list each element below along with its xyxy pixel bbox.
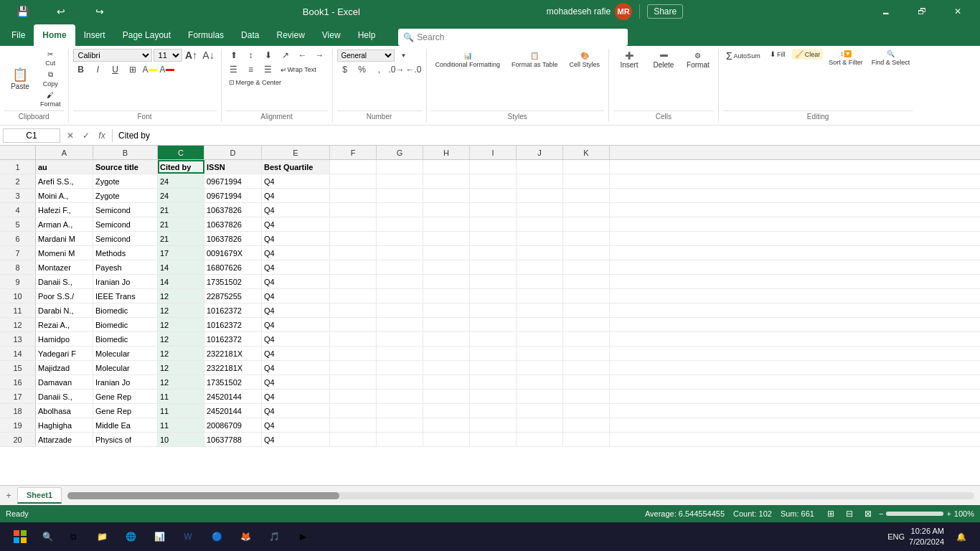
cell-f1[interactable] xyxy=(330,160,377,174)
tab-file[interactable]: File xyxy=(3,24,34,46)
cell-k11[interactable] xyxy=(563,303,610,317)
cell-f3[interactable] xyxy=(330,189,377,202)
cell-a8[interactable]: Montazer xyxy=(36,260,93,274)
cell-j11[interactable] xyxy=(517,303,563,317)
row-header-3[interactable]: 3 xyxy=(0,189,36,202)
cell-d6[interactable]: 10637826 xyxy=(204,232,262,245)
cell-g5[interactable] xyxy=(377,217,423,231)
cell-d19[interactable]: 20086709 xyxy=(204,418,262,432)
redo-icon[interactable]: ↪ xyxy=(83,0,116,23)
cell-h9[interactable] xyxy=(423,275,470,288)
search-box[interactable]: 🔍 xyxy=(398,29,628,46)
cell-c5[interactable]: 21 xyxy=(158,217,204,231)
col-header-b[interactable]: B xyxy=(93,146,158,159)
cell-i1[interactable] xyxy=(470,160,517,174)
taskbar-chrome[interactable]: 🔵 xyxy=(204,524,230,550)
row-header-10[interactable]: 10 xyxy=(0,289,36,303)
cell-b2[interactable]: Zygote xyxy=(93,174,158,188)
cell-b3[interactable]: Zygote xyxy=(93,189,158,202)
cell-a17[interactable]: Danaii S., xyxy=(36,390,93,403)
cell-b20[interactable]: Physics of xyxy=(93,433,158,446)
cell-e14[interactable]: Q4 xyxy=(262,347,330,360)
cell-c4[interactable]: 21 xyxy=(158,203,204,217)
cell-c6[interactable]: 21 xyxy=(158,232,204,245)
cell-c15[interactable]: 12 xyxy=(158,361,204,375)
tab-data[interactable]: Data xyxy=(232,24,268,46)
close-button[interactable]: ✕ xyxy=(941,0,974,23)
cell-b12[interactable]: Biomedic xyxy=(93,318,158,331)
cell-d20[interactable]: 10637788 xyxy=(204,433,262,446)
cell-h2[interactable] xyxy=(423,174,470,188)
taskbar-file-explorer[interactable]: 📁 xyxy=(89,524,115,550)
autosum-button[interactable]: Σ AutoSum xyxy=(723,49,763,63)
cell-h18[interactable] xyxy=(423,404,470,418)
cell-i9[interactable] xyxy=(470,275,517,288)
cell-b17[interactable]: Gene Rep xyxy=(93,390,158,403)
cell-d3[interactable]: 09671994 xyxy=(204,189,262,202)
underline-button[interactable]: U xyxy=(108,63,123,76)
cell-d16[interactable]: 17351502 xyxy=(204,375,262,389)
cell-a14[interactable]: Yadegari F xyxy=(36,347,93,360)
cell-j1[interactable] xyxy=(517,160,563,174)
cell-h12[interactable] xyxy=(423,318,470,331)
cell-j3[interactable] xyxy=(517,189,563,202)
cell-d15[interactable]: 2322181X xyxy=(204,361,262,375)
col-header-j[interactable]: J xyxy=(517,146,563,159)
cell-b9[interactable]: Iranian Jo xyxy=(93,275,158,288)
cell-k9[interactable] xyxy=(563,275,610,288)
cell-g18[interactable] xyxy=(377,404,423,418)
col-header-e[interactable]: E xyxy=(262,146,330,159)
cell-j2[interactable] xyxy=(517,174,563,188)
align-bottom-button[interactable]: ⬇ xyxy=(260,49,276,62)
cell-d9[interactable]: 17351502 xyxy=(204,275,262,288)
cell-d5[interactable]: 10637826 xyxy=(204,217,262,231)
cell-f15[interactable] xyxy=(330,361,377,375)
cell-h8[interactable] xyxy=(423,260,470,274)
cell-c16[interactable]: 12 xyxy=(158,375,204,389)
formula-input[interactable] xyxy=(116,129,977,142)
cell-i3[interactable] xyxy=(470,189,517,202)
cell-e13[interactable]: Q4 xyxy=(262,332,330,346)
taskbar-play[interactable]: ▶ xyxy=(290,524,316,550)
cell-j9[interactable] xyxy=(517,275,563,288)
cell-i12[interactable] xyxy=(470,318,517,331)
cell-h4[interactable] xyxy=(423,203,470,217)
cell-e15[interactable]: Q4 xyxy=(262,361,330,375)
cell-f5[interactable] xyxy=(330,217,377,231)
cell-j20[interactable] xyxy=(517,433,563,446)
cell-g17[interactable] xyxy=(377,390,423,403)
row-header-8[interactable]: 8 xyxy=(0,260,36,274)
font-increase-button[interactable]: A↑ xyxy=(184,49,199,62)
taskbar-task-view[interactable]: ⧉ xyxy=(60,524,86,550)
cell-k2[interactable] xyxy=(563,174,610,188)
cell-b10[interactable]: IEEE Trans xyxy=(93,289,158,303)
cell-j6[interactable] xyxy=(517,232,563,245)
merge-center-button[interactable]: ⊡ Merge & Center xyxy=(226,77,285,88)
cell-g20[interactable] xyxy=(377,433,423,446)
cell-e4[interactable]: Q4 xyxy=(262,203,330,217)
cell-g10[interactable] xyxy=(377,289,423,303)
cell-j4[interactable] xyxy=(517,203,563,217)
cell-c13[interactable]: 12 xyxy=(158,332,204,346)
cell-f13[interactable] xyxy=(330,332,377,346)
cell-c17[interactable]: 11 xyxy=(158,390,204,403)
row-header-12[interactable]: 12 xyxy=(0,318,36,331)
cell-c2[interactable]: 24 xyxy=(158,174,204,188)
cell-h1[interactable] xyxy=(423,160,470,174)
row-header-4[interactable]: 4 xyxy=(0,203,36,217)
align-right-button[interactable]: ☰ xyxy=(260,63,276,76)
number-format-select[interactable]: General xyxy=(337,50,395,62)
cell-a6[interactable]: Mardani M xyxy=(36,232,93,245)
taskbar-firefox[interactable]: 🦊 xyxy=(232,524,258,550)
cell-g9[interactable] xyxy=(377,275,423,288)
cell-i10[interactable] xyxy=(470,289,517,303)
cell-k3[interactable] xyxy=(563,189,610,202)
cell-k7[interactable] xyxy=(563,246,610,260)
cell-a9[interactable]: Danaii S., xyxy=(36,275,93,288)
cell-c14[interactable]: 12 xyxy=(158,347,204,360)
row-header-20[interactable]: 20 xyxy=(0,433,36,446)
cell-h10[interactable] xyxy=(423,289,470,303)
cell-a3[interactable]: Moini A., xyxy=(36,189,93,202)
clear-button[interactable]: 🧹 Clear xyxy=(792,49,824,60)
cell-a18[interactable]: Abolhasa xyxy=(36,404,93,418)
